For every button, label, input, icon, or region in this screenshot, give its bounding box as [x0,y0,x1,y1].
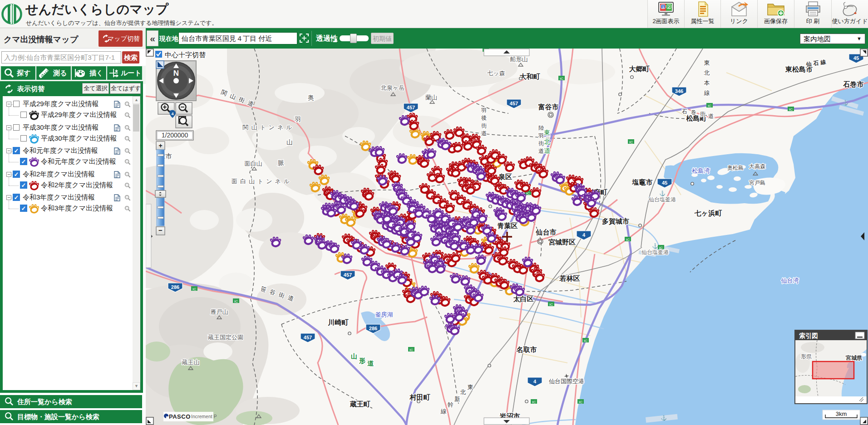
svg-text:⚓: ⚓ [661,415,667,421]
svg-text:457: 457 [344,272,352,278]
svg-text:宮戸島: 宮戸島 [749,180,765,186]
svg-text:松島湾: 松島湾 [692,167,710,174]
svg-text:457: 457 [407,105,415,110]
svg-text:巻: 巻 [691,109,696,116]
svg-text:N: N [173,69,179,78]
svg-text:村田町: 村田町 [409,393,431,401]
svg-text:IC: IC [708,104,711,108]
svg-text:仙台国際空港: 仙台国際空港 [549,378,584,385]
svg-text:川崎町: 川崎町 [328,318,349,326]
svg-text:宮城野区: 宮城野区 [548,238,576,246]
svg-text:石: 石 [681,108,687,115]
svg-text:本: 本 [704,79,710,86]
svg-text:線: 線 [441,408,447,415]
svg-text:IC: IC [549,303,553,307]
svg-text:新: 新 [454,396,460,402]
svg-text:大和町: 大和町 [520,73,541,80]
svg-text:45: 45 [853,55,859,61]
svg-text:羽: 羽 [481,107,487,113]
svg-text:陸: 陸 [538,125,544,131]
svg-text:IC: IC [584,339,587,343]
svg-text:道: 道 [481,130,487,137]
svg-text:45: 45 [662,180,667,186]
svg-text:山: 山 [351,352,357,360]
svg-text:北: 北 [460,389,466,396]
svg-text:道: 道 [538,148,544,154]
svg-text:4: 4 [533,379,537,384]
svg-text:羽: 羽 [538,132,544,139]
svg-text:1/200000: 1/200000 [162,132,188,139]
svg-text:釜房湖: 釜房湖 [375,311,393,318]
svg-text:仙台塩釜港: 仙台塩釜港 [649,196,676,203]
svg-text:3km: 3km [836,410,847,417]
svg-text:IC: IC [789,107,793,112]
svg-text:346: 346 [675,88,683,94]
svg-text:後: 後 [481,115,487,121]
svg-text:仙台市: 仙台市 [536,228,557,236]
svg-text:道: 道 [708,113,714,119]
svg-text:面白山: 面白山 [245,160,262,167]
svg-text:幹: 幹 [448,401,454,408]
svg-text:蔵王国定公園: 蔵王国定公園 [208,334,243,341]
svg-text:大高森: 大高森 [749,163,765,170]
svg-text:北: 北 [544,138,550,145]
svg-text:東: 東 [544,129,550,136]
svg-text:−: − [158,226,163,234]
svg-text:富谷市: 富谷市 [538,103,559,111]
svg-text:Increment P: Increment P [191,414,217,419]
svg-text:雁戸山: 雁戸山 [211,308,228,315]
svg-text:索引図: 索引図 [799,332,818,339]
svg-text:仙台湾: 仙台湾 [781,277,799,284]
svg-text:IC: IC [626,238,630,242]
svg-text:IC: IC [579,400,582,404]
svg-text:奥松島: 奥松島 [727,165,744,171]
svg-text:中心十字切替: 中心十字切替 [165,51,206,59]
svg-text:街: 街 [538,140,544,147]
svg-text:太白区: 太白区 [513,295,534,303]
svg-text:北泉ヶ岳: 北泉ヶ岳 [381,84,404,91]
svg-text:4: 4 [582,232,586,238]
svg-text:IC: IC [192,287,196,291]
svg-text:塩竈市: 塩竈市 [632,178,653,186]
svg-text:⚓: ⚓ [842,99,848,106]
svg-text:宮城県: 宮城県 [845,355,863,361]
svg-text:457: 457 [510,101,518,106]
svg-text:大郷町: 大郷町 [629,65,650,73]
svg-text:形: 形 [359,357,365,364]
svg-text:PASCO: PASCO [169,413,191,420]
svg-text:IC: IC [629,140,633,144]
svg-text:脈: 脈 [277,159,284,166]
svg-text:名取市: 名取市 [516,346,537,353]
svg-text:青葉区: 青葉区 [497,222,518,230]
svg-text:道: 道 [544,147,550,154]
svg-text:関山トンネル: 関山トンネル [242,124,295,131]
svg-text:IC: IC [234,299,238,303]
svg-text:奥: 奥 [308,94,314,101]
svg-text:多賀城市: 多賀城市 [602,217,629,225]
svg-text:線: 線 [704,89,710,96]
svg-text:IC: IC [409,348,413,352]
svg-text:泉区: 泉区 [498,173,512,181]
svg-text:286: 286 [369,326,377,331]
svg-text:道: 道 [367,360,374,367]
svg-text:蔵王山: 蔵王山 [182,359,200,366]
svg-text:山: 山 [286,138,293,146]
svg-text:七ッ森: 七ッ森 [487,70,505,77]
svg-text:面白山トンネル: 面白山トンネル [232,178,292,185]
svg-text:石巻市: 石巻市 [843,80,864,88]
svg-text:東: 東 [468,384,473,391]
svg-text:1: 1 [662,5,664,9]
svg-text:北: 北 [704,69,710,76]
svg-text:若林区: 若林区 [559,274,580,282]
svg-text:蘭山: 蘭山 [425,94,437,101]
svg-text:IC: IC [560,77,563,81]
svg-text:IC: IC [532,400,536,404]
svg-text:286: 286 [171,284,179,290]
svg-text:蔵王町: 蔵王町 [350,400,371,408]
svg-text:⚓: ⚓ [652,243,658,249]
svg-text:仙台塩釜港: 仙台塩釜港 [641,249,669,255]
svg-text:東: 東 [704,59,710,66]
svg-text:羽: 羽 [294,116,301,123]
svg-text:街: 街 [481,122,487,129]
svg-text:+: + [158,142,162,149]
